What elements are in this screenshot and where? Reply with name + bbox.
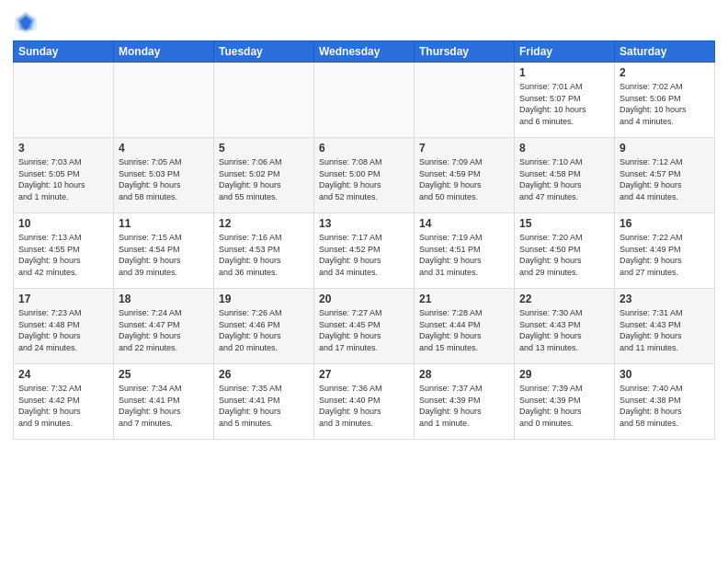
day-info: Sunrise: 7:24 AM Sunset: 4:47 PM Dayligh… — [119, 307, 209, 353]
day-info: Sunrise: 7:12 AM Sunset: 4:57 PM Dayligh… — [620, 156, 710, 202]
day-info: Sunrise: 7:37 AM Sunset: 4:39 PM Dayligh… — [419, 383, 509, 429]
day-cell — [415, 63, 515, 138]
day-cell: 22Sunrise: 7:30 AM Sunset: 4:43 PM Dayli… — [515, 289, 615, 364]
day-cell: 17Sunrise: 7:23 AM Sunset: 4:48 PM Dayli… — [14, 289, 114, 364]
day-number: 5 — [219, 142, 309, 155]
day-cell: 28Sunrise: 7:37 AM Sunset: 4:39 PM Dayli… — [415, 364, 515, 440]
day-cell: 27Sunrise: 7:36 AM Sunset: 4:40 PM Dayli… — [314, 364, 415, 440]
day-info: Sunrise: 7:39 AM Sunset: 4:39 PM Dayligh… — [519, 383, 609, 429]
calendar-table: SundayMondayTuesdayWednesdayThursdayFrid… — [13, 40, 715, 440]
day-number: 16 — [620, 217, 710, 230]
day-number: 12 — [219, 217, 309, 230]
day-cell: 2Sunrise: 7:02 AM Sunset: 5:06 PM Daylig… — [615, 63, 715, 138]
day-info: Sunrise: 7:05 AM Sunset: 5:03 PM Dayligh… — [119, 156, 209, 202]
day-number: 27 — [319, 368, 409, 381]
day-number: 26 — [219, 368, 309, 381]
day-cell: 25Sunrise: 7:34 AM Sunset: 4:41 PM Dayli… — [114, 364, 214, 440]
day-cell: 14Sunrise: 7:19 AM Sunset: 4:51 PM Dayli… — [415, 213, 515, 289]
day-info: Sunrise: 7:06 AM Sunset: 5:02 PM Dayligh… — [219, 156, 309, 202]
day-info: Sunrise: 7:23 AM Sunset: 4:48 PM Dayligh… — [18, 307, 108, 353]
day-info: Sunrise: 7:01 AM Sunset: 5:07 PM Dayligh… — [519, 81, 609, 127]
week-row-1: 1Sunrise: 7:01 AM Sunset: 5:07 PM Daylig… — [14, 63, 715, 138]
week-row-4: 17Sunrise: 7:23 AM Sunset: 4:48 PM Dayli… — [14, 289, 715, 364]
day-header-tuesday: Tuesday — [214, 41, 314, 63]
day-cell: 10Sunrise: 7:13 AM Sunset: 4:55 PM Dayli… — [14, 213, 114, 289]
day-number: 11 — [119, 217, 209, 230]
day-cell: 4Sunrise: 7:05 AM Sunset: 5:03 PM Daylig… — [114, 138, 214, 213]
day-number: 14 — [419, 217, 509, 230]
day-info: Sunrise: 7:34 AM Sunset: 4:41 PM Dayligh… — [119, 383, 209, 429]
day-info: Sunrise: 7:17 AM Sunset: 4:52 PM Dayligh… — [319, 232, 409, 278]
day-info: Sunrise: 7:35 AM Sunset: 4:41 PM Dayligh… — [219, 383, 309, 429]
logo — [13, 9, 42, 35]
day-cell: 13Sunrise: 7:17 AM Sunset: 4:52 PM Dayli… — [314, 213, 415, 289]
day-cell: 18Sunrise: 7:24 AM Sunset: 4:47 PM Dayli… — [114, 289, 214, 364]
day-cell: 23Sunrise: 7:31 AM Sunset: 4:43 PM Dayli… — [615, 289, 715, 364]
day-number: 21 — [419, 293, 509, 305]
day-header-sunday: Sunday — [14, 41, 114, 63]
day-number: 2 — [620, 66, 710, 79]
day-cell: 9Sunrise: 7:12 AM Sunset: 4:57 PM Daylig… — [615, 138, 715, 213]
day-info: Sunrise: 7:20 AM Sunset: 4:50 PM Dayligh… — [519, 232, 609, 278]
day-info: Sunrise: 7:02 AM Sunset: 5:06 PM Dayligh… — [620, 81, 710, 127]
day-info: Sunrise: 7:09 AM Sunset: 4:59 PM Dayligh… — [419, 156, 509, 202]
day-number: 10 — [18, 217, 108, 230]
week-row-3: 10Sunrise: 7:13 AM Sunset: 4:55 PM Dayli… — [14, 213, 715, 289]
day-cell: 26Sunrise: 7:35 AM Sunset: 4:41 PM Dayli… — [214, 364, 314, 440]
header — [13, 9, 715, 35]
day-number: 25 — [119, 368, 209, 381]
day-header-thursday: Thursday — [415, 41, 515, 63]
day-cell: 3Sunrise: 7:03 AM Sunset: 5:05 PM Daylig… — [14, 138, 114, 213]
day-info: Sunrise: 7:10 AM Sunset: 4:58 PM Dayligh… — [519, 156, 609, 202]
day-info: Sunrise: 7:36 AM Sunset: 4:40 PM Dayligh… — [319, 383, 409, 429]
day-cell — [214, 63, 314, 138]
day-number: 7 — [419, 142, 509, 155]
day-header-friday: Friday — [515, 41, 615, 63]
day-info: Sunrise: 7:13 AM Sunset: 4:55 PM Dayligh… — [18, 232, 108, 278]
day-cell — [314, 63, 415, 138]
day-info: Sunrise: 7:22 AM Sunset: 4:49 PM Dayligh… — [620, 232, 710, 278]
main-container: SundayMondayTuesdayWednesdayThursdayFrid… — [0, 0, 728, 445]
day-number: 23 — [620, 293, 710, 305]
day-number: 24 — [18, 368, 108, 381]
day-number: 1 — [519, 66, 609, 79]
header-row: SundayMondayTuesdayWednesdayThursdayFrid… — [14, 41, 715, 63]
day-cell: 11Sunrise: 7:15 AM Sunset: 4:54 PM Dayli… — [114, 213, 214, 289]
day-number: 18 — [119, 293, 209, 305]
day-cell: 21Sunrise: 7:28 AM Sunset: 4:44 PM Dayli… — [415, 289, 515, 364]
day-info: Sunrise: 7:03 AM Sunset: 5:05 PM Dayligh… — [18, 156, 108, 202]
day-number: 4 — [119, 142, 209, 155]
day-cell: 29Sunrise: 7:39 AM Sunset: 4:39 PM Dayli… — [515, 364, 615, 440]
day-header-monday: Monday — [114, 41, 214, 63]
day-info: Sunrise: 7:19 AM Sunset: 4:51 PM Dayligh… — [419, 232, 509, 278]
week-row-2: 3Sunrise: 7:03 AM Sunset: 5:05 PM Daylig… — [14, 138, 715, 213]
day-cell: 24Sunrise: 7:32 AM Sunset: 4:42 PM Dayli… — [14, 364, 114, 440]
day-cell — [114, 63, 214, 138]
day-number: 30 — [620, 368, 710, 381]
day-info: Sunrise: 7:31 AM Sunset: 4:43 PM Dayligh… — [620, 307, 710, 353]
day-number: 19 — [219, 293, 309, 305]
day-cell: 8Sunrise: 7:10 AM Sunset: 4:58 PM Daylig… — [515, 138, 615, 213]
day-number: 15 — [519, 217, 609, 230]
day-cell: 16Sunrise: 7:22 AM Sunset: 4:49 PM Dayli… — [615, 213, 715, 289]
day-number: 8 — [519, 142, 609, 155]
day-cell: 7Sunrise: 7:09 AM Sunset: 4:59 PM Daylig… — [415, 138, 515, 213]
day-cell — [14, 63, 114, 138]
day-cell: 30Sunrise: 7:40 AM Sunset: 4:38 PM Dayli… — [615, 364, 715, 440]
day-cell: 19Sunrise: 7:26 AM Sunset: 4:46 PM Dayli… — [214, 289, 314, 364]
day-number: 9 — [620, 142, 710, 155]
day-info: Sunrise: 7:28 AM Sunset: 4:44 PM Dayligh… — [419, 307, 509, 353]
day-number: 17 — [18, 293, 108, 305]
day-info: Sunrise: 7:16 AM Sunset: 4:53 PM Dayligh… — [219, 232, 309, 278]
day-info: Sunrise: 7:40 AM Sunset: 4:38 PM Dayligh… — [620, 383, 710, 429]
day-number: 3 — [18, 142, 108, 155]
day-number: 13 — [319, 217, 409, 230]
day-number: 29 — [519, 368, 609, 381]
day-info: Sunrise: 7:30 AM Sunset: 4:43 PM Dayligh… — [519, 307, 609, 353]
week-row-5: 24Sunrise: 7:32 AM Sunset: 4:42 PM Dayli… — [14, 364, 715, 440]
day-info: Sunrise: 7:32 AM Sunset: 4:42 PM Dayligh… — [18, 383, 108, 429]
day-info: Sunrise: 7:26 AM Sunset: 4:46 PM Dayligh… — [219, 307, 309, 353]
day-cell: 1Sunrise: 7:01 AM Sunset: 5:07 PM Daylig… — [515, 63, 615, 138]
day-cell: 6Sunrise: 7:08 AM Sunset: 5:00 PM Daylig… — [314, 138, 415, 213]
day-cell: 20Sunrise: 7:27 AM Sunset: 4:45 PM Dayli… — [314, 289, 415, 364]
